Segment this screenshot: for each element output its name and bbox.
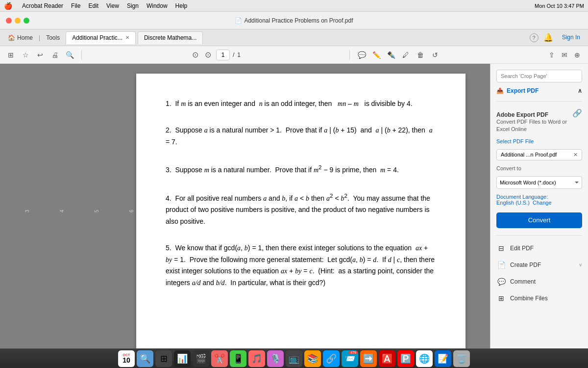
menu-file[interactable]: File: [71, 2, 80, 9]
dock-calendar[interactable]: OCT 10: [118, 350, 135, 367]
doc-lang-change[interactable]: Change: [533, 200, 552, 206]
print-icon[interactable]: 🖨: [50, 50, 60, 60]
tools-label: Tools: [46, 34, 60, 41]
minimize-button[interactable]: [15, 18, 21, 24]
thumbnail-icon[interactable]: ⊞: [6, 50, 16, 60]
dock-word[interactable]: 📝: [435, 350, 451, 367]
p5-num: 5.: [166, 244, 172, 252]
dock-launchpad[interactable]: ⊞: [155, 350, 172, 367]
menu-sign[interactable]: Sign: [127, 2, 139, 9]
scroll-down-icon[interactable]: ⊙: [203, 50, 213, 60]
more-icon[interactable]: ⊕: [572, 50, 582, 60]
page-navigation: ⊙ ⊙ 1 / 1: [191, 50, 241, 60]
dock-mail[interactable]: 📨 479: [342, 350, 358, 367]
dock-acrobat[interactable]: 🅰️: [379, 350, 395, 367]
convert-to-select[interactable]: Microsoft Word (*.docx) Microsoft Excel …: [496, 176, 582, 189]
page-total: 1: [237, 52, 241, 58]
adobe-export-title: Adobe Export PDF: [496, 111, 572, 118]
tab-discrete-math[interactable]: Discrete Mathema...: [138, 31, 203, 44]
dock-tv[interactable]: 📺: [286, 350, 302, 367]
help-icon[interactable]: ?: [530, 33, 539, 42]
problem-1: 1. If m is an even integer and n is an o…: [166, 98, 436, 110]
problem-3: 3. Suppose m is a natural number. Prove …: [166, 162, 436, 176]
bell-icon[interactable]: 🔔: [543, 33, 553, 42]
close-button[interactable]: [6, 18, 12, 24]
adobe-export-icon: 🔗: [572, 108, 582, 118]
sign-in-button[interactable]: Sign In: [558, 29, 584, 46]
right-panel: 📤 Export PDF ∧ Adobe Export PDF Convert …: [490, 64, 588, 348]
search-input[interactable]: [496, 70, 582, 82]
scroll-up-icon[interactable]: ⊙: [191, 50, 200, 60]
export-pdf-label[interactable]: Export PDF: [507, 87, 539, 94]
file-remove-button[interactable]: ✕: [573, 152, 578, 158]
adobe-export-desc: Convert PDF Files to Word or Excel Onlin…: [496, 118, 572, 133]
search-icon[interactable]: 🔍: [65, 50, 74, 60]
menu-help[interactable]: Help: [175, 2, 188, 9]
convert-to-label: Convert to: [496, 165, 582, 171]
fullscreen-button[interactable]: [24, 18, 29, 24]
edit-pdf-item[interactable]: ⊟ Edit PDF: [496, 242, 582, 254]
dock-books[interactable]: 📚: [304, 350, 321, 367]
comment-icon2: 💬: [496, 277, 506, 287]
doc-language: Document Language: English (U.S.) Change: [496, 194, 582, 206]
apple-menu[interactable]: 🍎: [4, 2, 12, 10]
stamp-icon[interactable]: 🖊: [401, 50, 411, 60]
bookmark-icon[interactable]: ☆: [21, 50, 30, 60]
export-pdf-icon: 📤: [496, 87, 504, 94]
divider-2: [496, 235, 582, 236]
tab-additional-practice[interactable]: Additional Practic... ✕: [66, 31, 136, 44]
home-label: Home: [17, 34, 33, 41]
combine-label: Combine Files: [510, 295, 548, 302]
create-pdf-chevron: ∨: [579, 262, 582, 267]
dock-music[interactable]: 🎵: [248, 350, 265, 367]
highlight-icon[interactable]: ✒️: [386, 50, 396, 60]
tab-home[interactable]: 🏠 Home: [4, 32, 37, 43]
menu-window[interactable]: Window: [147, 2, 168, 9]
dock-chrome[interactable]: 🌐: [416, 350, 433, 367]
convert-button[interactable]: Convert: [496, 212, 582, 228]
dock-phone[interactable]: 📱: [230, 350, 246, 367]
dock-finder[interactable]: 🔍: [137, 350, 153, 367]
menu-time: Mon Oct 10 3:47 PM: [535, 3, 584, 9]
create-pdf-label: Create PDF: [510, 262, 541, 268]
dock-link[interactable]: 🔗: [323, 350, 340, 367]
export-chevron[interactable]: ∧: [578, 87, 582, 94]
dock-scissors[interactable]: ✂️: [211, 350, 228, 367]
dock-video[interactable]: 🎬: [193, 350, 209, 367]
select-pdf-link[interactable]: Select PDF File: [496, 138, 582, 144]
dock-podcast[interactable]: 🎙️: [267, 350, 284, 367]
problem-2: 2. Suppose a is a natural number > 1. Pr…: [166, 125, 436, 148]
rotate-icon[interactable]: ↺: [430, 50, 440, 60]
combine-icon: ⊞: [496, 293, 506, 303]
page-numbers-left: 3 4 5 6: [24, 74, 134, 348]
file-chip: Additional ...n Proof.pdf ✕: [496, 149, 582, 160]
menu-edit[interactable]: Edit: [88, 2, 98, 9]
dock-stats[interactable]: 📊: [174, 350, 191, 367]
delete-icon[interactable]: 🗑: [416, 50, 425, 60]
dock-ppt[interactable]: 🅿️: [397, 350, 414, 367]
create-pdf-icon: 📄: [496, 260, 506, 270]
page-number-input[interactable]: 1: [216, 50, 230, 60]
share-icon[interactable]: ⇪: [547, 50, 557, 60]
menu-view[interactable]: View: [106, 2, 119, 9]
doc-lang-value: English (U.S.): [496, 200, 530, 206]
back-icon[interactable]: ↩: [35, 50, 45, 60]
sep2: [349, 50, 350, 60]
pdf-viewer[interactable]: 3 4 5 6 1. If m is an even integer and n…: [0, 64, 490, 348]
dock-trash[interactable]: 🗑️: [453, 350, 470, 367]
comment-item[interactable]: 💬 Comment: [496, 276, 582, 288]
tab2-label: Discrete Mathema...: [144, 34, 196, 41]
comment-icon[interactable]: 💬: [357, 50, 367, 60]
export-pdf-header: 📤 Export PDF ∧: [496, 87, 582, 94]
menu-acrobat[interactable]: Acrobat Reader: [22, 2, 63, 9]
create-pdf-item[interactable]: 📄 Create PDF ∨: [496, 259, 582, 271]
window-title: Additional Practice Problems on Proof.pd…: [244, 17, 353, 24]
tab1-close[interactable]: ✕: [125, 35, 129, 40]
pen-icon[interactable]: ✏️: [371, 50, 381, 60]
message-icon[interactable]: ✉: [560, 50, 569, 60]
main-area: 3 4 5 6 1. If m is an even integer and n…: [0, 64, 588, 348]
combine-files-item[interactable]: ⊞ Combine Files: [496, 292, 582, 304]
dock-arrow[interactable]: ➡️: [360, 350, 377, 367]
tab-tools[interactable]: Tools: [42, 32, 64, 43]
dock-calendar-day: 10: [122, 357, 130, 364]
